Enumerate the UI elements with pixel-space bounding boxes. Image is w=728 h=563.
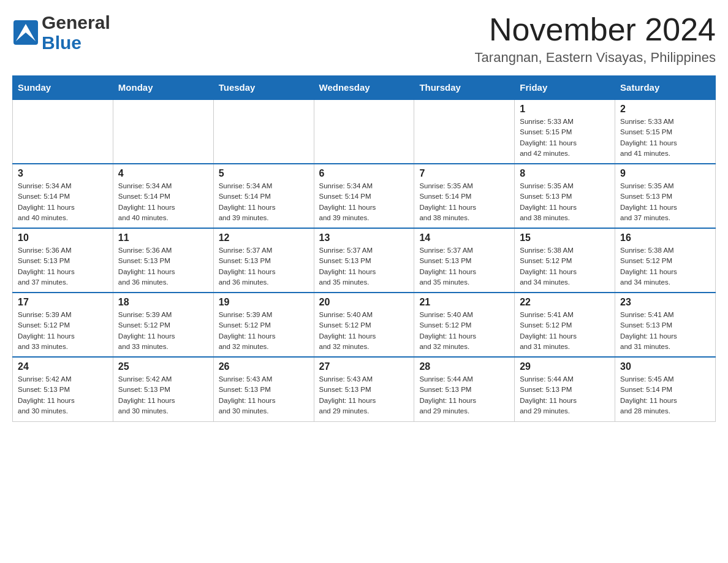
day-number: 15 bbox=[520, 232, 610, 243]
day-number: 12 bbox=[219, 232, 309, 243]
logo: General Blue bbox=[12, 12, 110, 53]
calendar-cell: 19Sunrise: 5:39 AMSunset: 5:12 PMDayligh… bbox=[213, 293, 314, 357]
col-tuesday: Tuesday bbox=[213, 76, 314, 100]
day-number: 21 bbox=[419, 297, 509, 308]
day-info: Sunrise: 5:33 AMSunset: 5:15 PMDaylight:… bbox=[620, 117, 710, 159]
calendar-cell: 7Sunrise: 5:35 AMSunset: 5:14 PMDaylight… bbox=[414, 164, 515, 228]
day-info: Sunrise: 5:37 AMSunset: 5:13 PMDaylight:… bbox=[419, 245, 509, 288]
col-monday: Monday bbox=[113, 76, 213, 100]
day-info: Sunrise: 5:38 AMSunset: 5:12 PMDaylight:… bbox=[520, 245, 610, 288]
calendar-cell: 22Sunrise: 5:41 AMSunset: 5:12 PMDayligh… bbox=[515, 293, 615, 357]
day-info: Sunrise: 5:39 AMSunset: 5:12 PMDaylight:… bbox=[118, 310, 208, 352]
calendar-cell: 28Sunrise: 5:44 AMSunset: 5:13 PMDayligh… bbox=[414, 357, 515, 421]
calendar-cell: 13Sunrise: 5:37 AMSunset: 5:13 PMDayligh… bbox=[314, 228, 414, 293]
col-friday: Friday bbox=[515, 76, 615, 100]
calendar-cell: 9Sunrise: 5:35 AMSunset: 5:13 PMDaylight… bbox=[615, 164, 716, 228]
month-title: November 2024 bbox=[475, 12, 716, 47]
day-number: 8 bbox=[520, 168, 610, 179]
week-row-4: 17Sunrise: 5:39 AMSunset: 5:12 PMDayligh… bbox=[13, 293, 716, 357]
calendar-cell: 1Sunrise: 5:33 AMSunset: 5:15 PMDaylight… bbox=[515, 99, 615, 164]
day-number: 27 bbox=[319, 361, 409, 372]
calendar-cell: 27Sunrise: 5:43 AMSunset: 5:13 PMDayligh… bbox=[314, 357, 414, 421]
calendar-cell: 17Sunrise: 5:39 AMSunset: 5:12 PMDayligh… bbox=[13, 293, 113, 357]
day-info: Sunrise: 5:42 AMSunset: 5:13 PMDaylight:… bbox=[18, 374, 108, 416]
day-number: 29 bbox=[520, 361, 610, 372]
calendar-cell: 21Sunrise: 5:40 AMSunset: 5:12 PMDayligh… bbox=[414, 293, 515, 357]
day-number: 7 bbox=[419, 168, 509, 179]
week-row-1: 1Sunrise: 5:33 AMSunset: 5:15 PMDaylight… bbox=[13, 99, 716, 164]
day-info: Sunrise: 5:44 AMSunset: 5:13 PMDaylight:… bbox=[419, 374, 509, 416]
day-number: 17 bbox=[18, 297, 108, 308]
day-number: 6 bbox=[319, 168, 409, 179]
calendar-cell: 12Sunrise: 5:37 AMSunset: 5:13 PMDayligh… bbox=[213, 228, 314, 293]
calendar-cell: 18Sunrise: 5:39 AMSunset: 5:12 PMDayligh… bbox=[113, 293, 213, 357]
day-info: Sunrise: 5:34 AMSunset: 5:14 PMDaylight:… bbox=[18, 181, 108, 223]
day-number: 10 bbox=[18, 232, 108, 243]
day-number: 24 bbox=[18, 361, 108, 372]
day-info: Sunrise: 5:34 AMSunset: 5:14 PMDaylight:… bbox=[118, 181, 208, 223]
calendar-cell: 10Sunrise: 5:36 AMSunset: 5:13 PMDayligh… bbox=[13, 228, 113, 293]
calendar-cell bbox=[113, 99, 213, 164]
calendar-cell: 5Sunrise: 5:34 AMSunset: 5:14 PMDaylight… bbox=[213, 164, 314, 228]
day-number: 18 bbox=[118, 297, 208, 308]
day-info: Sunrise: 5:39 AMSunset: 5:12 PMDaylight:… bbox=[18, 310, 108, 352]
day-info: Sunrise: 5:42 AMSunset: 5:13 PMDaylight:… bbox=[118, 374, 208, 416]
day-number: 1 bbox=[520, 104, 610, 115]
calendar-cell: 15Sunrise: 5:38 AMSunset: 5:12 PMDayligh… bbox=[515, 228, 615, 293]
col-saturday: Saturday bbox=[615, 76, 716, 100]
day-number: 5 bbox=[219, 168, 309, 179]
day-info: Sunrise: 5:33 AMSunset: 5:15 PMDaylight:… bbox=[520, 117, 610, 159]
day-info: Sunrise: 5:34 AMSunset: 5:14 PMDaylight:… bbox=[219, 181, 309, 223]
day-number: 23 bbox=[620, 297, 710, 308]
week-row-2: 3Sunrise: 5:34 AMSunset: 5:14 PMDaylight… bbox=[13, 164, 716, 228]
calendar-cell bbox=[314, 99, 414, 164]
day-number: 20 bbox=[319, 297, 409, 308]
day-info: Sunrise: 5:37 AMSunset: 5:13 PMDaylight:… bbox=[319, 245, 409, 288]
calendar-cell: 20Sunrise: 5:40 AMSunset: 5:12 PMDayligh… bbox=[314, 293, 414, 357]
calendar-cell: 29Sunrise: 5:44 AMSunset: 5:13 PMDayligh… bbox=[515, 357, 615, 421]
day-number: 13 bbox=[319, 232, 409, 243]
day-info: Sunrise: 5:45 AMSunset: 5:14 PMDaylight:… bbox=[620, 374, 710, 416]
logo-blue-text: Blue bbox=[42, 33, 110, 53]
day-number: 30 bbox=[620, 361, 710, 372]
day-number: 9 bbox=[620, 168, 710, 179]
location-subtitle: Tarangnan, Eastern Visayas, Philippines bbox=[475, 50, 716, 66]
day-number: 25 bbox=[118, 361, 208, 372]
calendar-cell: 3Sunrise: 5:34 AMSunset: 5:14 PMDaylight… bbox=[13, 164, 113, 228]
day-info: Sunrise: 5:40 AMSunset: 5:12 PMDaylight:… bbox=[319, 310, 409, 352]
day-info: Sunrise: 5:35 AMSunset: 5:13 PMDaylight:… bbox=[620, 181, 710, 223]
calendar-cell: 23Sunrise: 5:41 AMSunset: 5:13 PMDayligh… bbox=[615, 293, 716, 357]
day-info: Sunrise: 5:37 AMSunset: 5:13 PMDaylight:… bbox=[219, 245, 309, 288]
day-number: 14 bbox=[419, 232, 509, 243]
calendar-table: Sunday Monday Tuesday Wednesday Thursday… bbox=[12, 75, 716, 422]
col-sunday: Sunday bbox=[13, 76, 113, 100]
logo-icon bbox=[12, 19, 39, 48]
calendar-cell: 14Sunrise: 5:37 AMSunset: 5:13 PMDayligh… bbox=[414, 228, 515, 293]
calendar-cell: 11Sunrise: 5:36 AMSunset: 5:13 PMDayligh… bbox=[113, 228, 213, 293]
calendar-cell: 24Sunrise: 5:42 AMSunset: 5:13 PMDayligh… bbox=[13, 357, 113, 421]
day-info: Sunrise: 5:41 AMSunset: 5:12 PMDaylight:… bbox=[520, 310, 610, 352]
day-info: Sunrise: 5:43 AMSunset: 5:13 PMDaylight:… bbox=[319, 374, 409, 416]
header: General Blue November 2024 Tarangnan, Ea… bbox=[12, 12, 716, 66]
day-number: 4 bbox=[118, 168, 208, 179]
day-number: 26 bbox=[219, 361, 309, 372]
day-info: Sunrise: 5:35 AMSunset: 5:14 PMDaylight:… bbox=[419, 181, 509, 223]
day-number: 28 bbox=[419, 361, 509, 372]
calendar-cell: 2Sunrise: 5:33 AMSunset: 5:15 PMDaylight… bbox=[615, 99, 716, 164]
day-number: 11 bbox=[118, 232, 208, 243]
day-info: Sunrise: 5:34 AMSunset: 5:14 PMDaylight:… bbox=[319, 181, 409, 223]
calendar-cell bbox=[13, 99, 113, 164]
calendar-cell: 6Sunrise: 5:34 AMSunset: 5:14 PMDaylight… bbox=[314, 164, 414, 228]
col-wednesday: Wednesday bbox=[314, 76, 414, 100]
day-info: Sunrise: 5:43 AMSunset: 5:13 PMDaylight:… bbox=[219, 374, 309, 416]
logo-area: General Blue bbox=[12, 12, 110, 53]
day-number: 2 bbox=[620, 104, 710, 115]
day-info: Sunrise: 5:38 AMSunset: 5:12 PMDaylight:… bbox=[620, 245, 710, 288]
calendar-cell: 4Sunrise: 5:34 AMSunset: 5:14 PMDaylight… bbox=[113, 164, 213, 228]
calendar-header-row: Sunday Monday Tuesday Wednesday Thursday… bbox=[13, 76, 716, 100]
calendar-cell bbox=[414, 99, 515, 164]
logo-general-text: General bbox=[42, 12, 110, 33]
calendar-cell: 16Sunrise: 5:38 AMSunset: 5:12 PMDayligh… bbox=[615, 228, 716, 293]
day-number: 3 bbox=[18, 168, 108, 179]
day-number: 22 bbox=[520, 297, 610, 308]
